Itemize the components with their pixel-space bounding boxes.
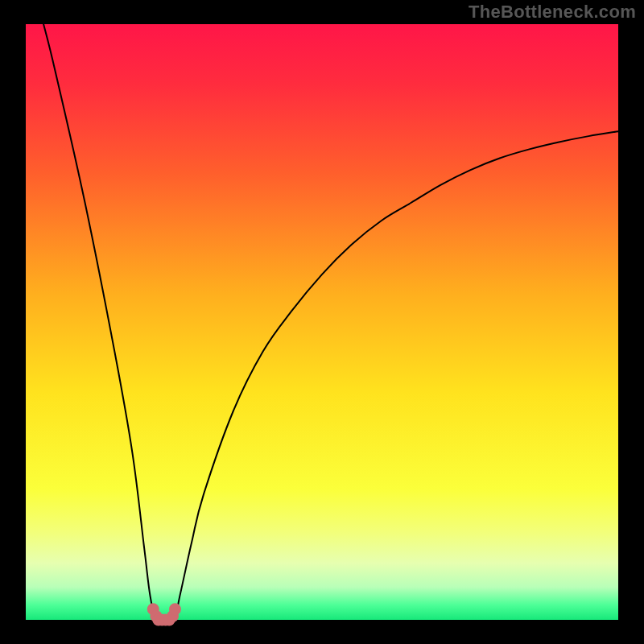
bottleneck-chart xyxy=(0,0,644,644)
watermark-text: TheBottleneck.com xyxy=(469,2,636,23)
optimal-range-marker xyxy=(169,603,181,615)
chart-frame: TheBottleneck.com xyxy=(0,0,644,644)
plot-background xyxy=(26,24,618,620)
